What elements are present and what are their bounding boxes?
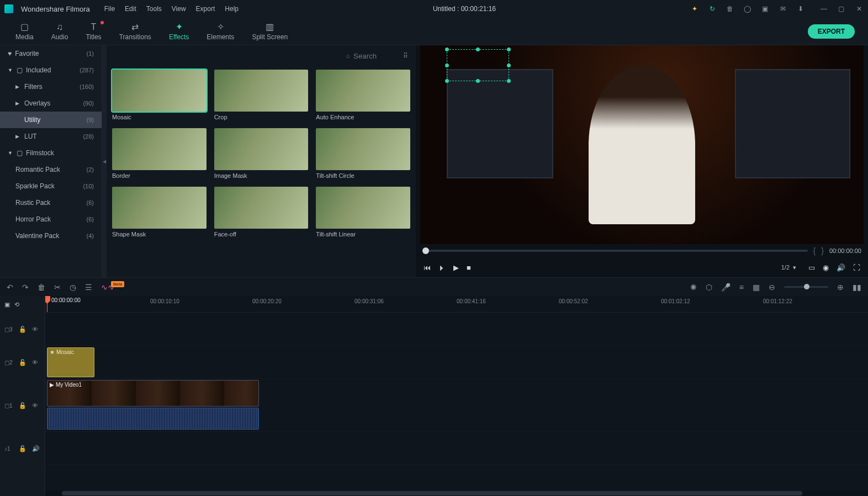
sidebar-valentine-pack[interactable]: Valentine Pack(4) (0, 228, 102, 244)
mute-icon[interactable]: 🔊 (32, 445, 40, 452)
idea-icon[interactable]: ✦ (690, 4, 699, 13)
adjust-button[interactable]: ☰ (85, 283, 92, 292)
menu-view[interactable]: View (172, 5, 186, 13)
sidebar-lut[interactable]: ▶LUT(28) (0, 128, 102, 145)
track-lane-audio-1[interactable] (45, 432, 868, 465)
sidebar-collapse-handle[interactable]: ◀ (102, 45, 107, 277)
effect-image-mask[interactable]: Image Mask (214, 128, 309, 179)
timeline-ruler[interactable]: 00:00:00:00 00:00:10:10 00:00:20:20 00:0… (45, 296, 868, 313)
mic-button[interactable]: 🎤 (721, 283, 731, 292)
mosaic-selection-box[interactable] (447, 49, 509, 81)
resize-handle-tr[interactable] (507, 48, 511, 51)
track-lane-3[interactable] (45, 313, 868, 346)
scrub-track[interactable] (422, 250, 808, 252)
tab-media[interactable]: ▢Media (7, 19, 43, 43)
redo-button[interactable]: ↷ (22, 283, 29, 292)
effect-crop[interactable]: Crop (214, 70, 309, 120)
tab-transitions[interactable]: ⇄Transitions (110, 19, 160, 43)
resize-handle-mr[interactable] (507, 64, 511, 67)
track-header-1[interactable]: ▢1🔓👁 (0, 379, 45, 432)
sidebar-rustic-pack[interactable]: Rustic Pack(6) (0, 194, 102, 211)
tracks[interactable]: 00:00:00:00 00:00:10:10 00:00:20:20 00:0… (45, 296, 868, 496)
lock-icon[interactable]: 🔓 (19, 445, 27, 452)
effect-auto-enhance[interactable]: Auto Enhance (316, 70, 410, 120)
tab-audio[interactable]: ♫Audio (43, 20, 77, 43)
zoom-knob[interactable] (804, 284, 809, 289)
sidebar-romantic-pack[interactable]: Romantic Pack(2) (0, 161, 102, 178)
eye-icon[interactable]: 👁 (32, 402, 38, 409)
effect-tilt-shift-circle[interactable]: Tilt-shift Circle (316, 128, 410, 179)
zoom-fit-button[interactable]: ▮▮ (853, 283, 861, 292)
layers-icon[interactable]: ▣ (4, 301, 10, 308)
track-header-2[interactable]: ▢2🔓👁 (0, 346, 45, 379)
account-icon[interactable]: ◯ (743, 4, 752, 13)
maximize-button[interactable]: ▢ (837, 4, 846, 13)
menu-file[interactable]: File (104, 5, 115, 13)
sidebar-sparkle-pack[interactable]: Sparkle Pack(10) (0, 178, 102, 194)
search-box[interactable]: ⌕ (346, 52, 398, 60)
refresh-icon[interactable]: ↻ (708, 4, 717, 13)
sidebar-included[interactable]: ▼▢Included(287) (0, 62, 102, 78)
fullscreen-button[interactable]: ⛶ (853, 263, 860, 272)
download-icon[interactable]: ⬇ (796, 4, 805, 13)
resize-handle-bl[interactable] (445, 79, 449, 83)
mark-in-button[interactable]: { (813, 246, 816, 255)
grid-view-icon[interactable]: ⠿ (403, 52, 408, 60)
track-header-3[interactable]: ▢3🔓👁 (0, 313, 45, 346)
tab-elements[interactable]: ✧Elements (198, 19, 243, 43)
scrub-thumb[interactable] (422, 247, 429, 254)
clip-video[interactable]: ▶My Video1 (47, 380, 259, 407)
zoom-slider[interactable] (784, 286, 828, 288)
preview-zoom-select[interactable]: 1/2▾ (777, 263, 801, 272)
marker-button[interactable]: ⬡ (706, 283, 712, 292)
resize-handle-tc[interactable] (476, 48, 480, 51)
speed-button[interactable]: ◷ (70, 283, 76, 292)
sidebar-filmstock[interactable]: ▼▢Filmstock (0, 145, 102, 161)
export-button[interactable]: EXPORT (808, 24, 855, 39)
effect-border[interactable]: Border (112, 128, 207, 179)
tab-split-screen[interactable]: ▥Split Screen (243, 19, 297, 43)
preview-viewport[interactable] (420, 45, 864, 244)
playhead-handle[interactable] (45, 296, 50, 304)
clip-audio-waveform[interactable] (47, 408, 259, 430)
resize-handle-ml[interactable] (445, 64, 449, 67)
effect-tilt-shift-linear[interactable]: Tilt-shift Linear (316, 187, 410, 238)
stop-button[interactable]: ■ (467, 263, 471, 272)
eye-icon[interactable]: 👁 (32, 326, 38, 333)
play-button[interactable]: ▶ (453, 263, 459, 272)
timeline-scrollbar[interactable] (45, 490, 868, 496)
cut-button[interactable]: ✂ (54, 283, 61, 292)
link-icon[interactable]: ⟲ (14, 301, 19, 308)
clip-mosaic[interactable]: ★Mosaic (47, 347, 94, 377)
audio-wave-button[interactable]: ∿∿Beta (101, 283, 128, 292)
resize-handle-br[interactable] (507, 79, 511, 83)
snapshot-button[interactable]: ◉ (823, 263, 829, 272)
track-header-audio-1[interactable]: ♪1🔓🔊 (0, 432, 45, 465)
sidebar-horror-pack[interactable]: Horror Pack(6) (0, 211, 102, 228)
tab-titles[interactable]: TTitles (77, 20, 110, 43)
scrollbar-thumb[interactable] (62, 491, 802, 495)
delete-button[interactable]: 🗑 (38, 283, 45, 292)
zoom-in-button[interactable]: ⊕ (837, 283, 844, 292)
track-lane-1[interactable]: ▶My Video1 (45, 379, 868, 432)
lock-icon[interactable]: 🔓 (19, 402, 27, 409)
mixer-button[interactable]: ≡ (739, 283, 744, 292)
eye-icon[interactable]: 👁 (32, 359, 38, 366)
sidebar-filters[interactable]: ▶Filters(160) (0, 78, 102, 95)
track-lane-2[interactable]: ★Mosaic (45, 346, 868, 379)
sidebar-favorite[interactable]: ♥Favorite(1) (0, 45, 102, 62)
volume-button[interactable]: 🔊 (837, 263, 845, 272)
menu-tools[interactable]: Tools (146, 5, 162, 13)
prev-frame-button[interactable]: ⏮ (424, 263, 431, 272)
message-icon[interactable]: ✉ (779, 4, 787, 13)
playhead[interactable]: 00:00:00:00 (47, 296, 47, 312)
render-button[interactable]: ▦ (753, 283, 760, 292)
save-icon[interactable]: ▣ (761, 4, 770, 13)
resize-handle-tl[interactable] (445, 48, 449, 51)
search-input[interactable] (353, 52, 398, 60)
zoom-out-button[interactable]: ⊖ (769, 283, 775, 292)
lock-icon[interactable]: 🔓 (19, 359, 27, 366)
play-step-button[interactable]: ⏵ (438, 263, 446, 272)
undo-button[interactable]: ↶ (7, 283, 13, 292)
close-button[interactable]: ✕ (855, 4, 864, 13)
